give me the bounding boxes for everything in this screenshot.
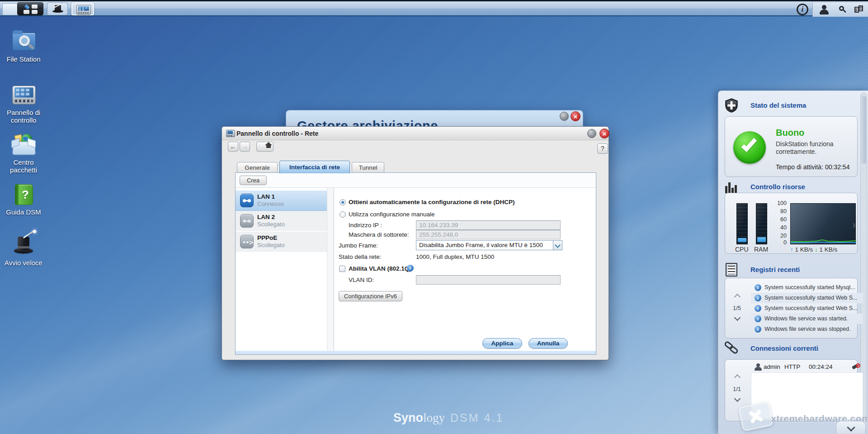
app-grid-icon: [24, 5, 38, 14]
tab-generale[interactable]: Generale: [237, 162, 278, 173]
page-up-icon[interactable]: [734, 374, 741, 381]
vlan-id-label: VLAN ID:: [349, 277, 374, 283]
page-down-icon[interactable]: [734, 396, 741, 402]
shield-icon: [725, 98, 738, 113]
interface-row-lan1[interactable]: LAN 1 Connesso: [236, 191, 327, 211]
interface-list: LAN 1 Connesso LAN 2 Scollegato ••> PPPo…: [236, 188, 334, 354]
recent-logs-widget: 1/5 i System successfully started Mysql.…: [725, 278, 858, 339]
minimize-button[interactable]: [587, 129, 596, 138]
info-icon: i: [755, 295, 761, 301]
dsm-version-watermark: SynologyDSM 4.1: [393, 411, 504, 425]
desktop-icon-quick-start[interactable]: Avvio veloce: [0, 233, 47, 267]
connection-user: admin: [764, 363, 780, 370]
tab-tunnel[interactable]: Tunnel: [352, 162, 384, 173]
info-icon: i: [755, 284, 761, 291]
user-icon[interactable]: [819, 5, 829, 15]
connection-row[interactable]: admin HTTP 00:24:24: [751, 362, 863, 372]
log-row[interactable]: i Windows file service was started.: [751, 314, 863, 324]
vlan-checkbox-label[interactable]: Abilita VLAN (802.1Q): [349, 265, 411, 272]
tab-interfaccia-di-rete[interactable]: Interfaccia di rete: [279, 161, 350, 173]
cpu-label: CPU: [735, 246, 749, 253]
chevron-down-icon: [847, 423, 855, 431]
page-up-icon[interactable]: [734, 294, 741, 300]
cpu-gauge: [736, 203, 748, 244]
list-scrollbar[interactable]: [327, 188, 334, 354]
help-book-icon: ?: [11, 182, 36, 206]
net-status-label: Stato della rete:: [339, 253, 382, 260]
upload-speed: 1 KB/s: [795, 246, 813, 253]
ip-label: Indirizzo IP :: [349, 222, 382, 229]
info-icon: i: [755, 326, 761, 333]
ram-label: RAM: [754, 246, 768, 253]
main-menu-button[interactable]: [17, 2, 43, 15]
dialog-titlebar[interactable]: Pannello di controllo - Rete ×: [222, 127, 609, 140]
close-icon[interactable]: ×: [571, 111, 580, 121]
home-button[interactable]: [256, 142, 274, 152]
interface-status: Connesso: [257, 200, 284, 207]
show-desktop-button[interactable]: [2, 3, 19, 15]
info-icon[interactable]: i: [407, 265, 414, 272]
forward-button[interactable]: →: [240, 142, 250, 152]
info-icon[interactable]: i: [797, 4, 808, 15]
dhcp-radio-label[interactable]: Ottieni automaticamente la configurazion…: [349, 199, 515, 205]
interface-row-pppoe[interactable]: ••> PPPoE Scollegato: [236, 232, 327, 253]
ipv6-config-button[interactable]: Configurazione IPv6: [339, 291, 402, 301]
vlan-id-field[interactable]: [416, 275, 561, 285]
recent-logs-title: Registri recenti: [750, 266, 800, 273]
status-ok-icon: [733, 131, 766, 164]
widget-sidebar: Stato del sistema Buono DiskStation funz…: [718, 91, 868, 434]
bar-chart-icon: [725, 181, 738, 193]
create-button[interactable]: Crea: [240, 176, 267, 185]
desktop-icon-dsm-help[interactable]: ? Guida DSM: [0, 182, 47, 216]
jumbo-label: Jumbo Frame:: [339, 242, 378, 249]
desktop-icon-package-center[interactable]: Centro pacchetti: [0, 132, 47, 174]
desktop-icon-label: Centro pacchetti: [0, 158, 47, 174]
desktop-icon-control-panel[interactable]: Pannello di controllo: [0, 82, 47, 124]
expand-chevron[interactable]: ›: [852, 219, 856, 231]
control-panel-network-dialog[interactable]: Pannello di controllo - Rete × ← → ? Gen…: [222, 126, 609, 360]
lan-disconnected-icon: [240, 214, 254, 228]
close-icon[interactable]: ×: [599, 129, 609, 138]
tab-content-panel: Crea LAN 1 Connesso LAN 2 Scollegato ••>…: [235, 172, 596, 355]
subnet-field[interactable]: 255.255.248.0: [416, 230, 561, 239]
control-panel-task-button[interactable]: [71, 2, 94, 15]
scrollbar-thumb[interactable]: [861, 96, 866, 164]
manual-radio[interactable]: [340, 211, 346, 218]
log-row[interactable]: i System successfully started Mysql...: [751, 282, 863, 293]
manual-radio-label[interactable]: Utilizza configurazione manuale: [349, 211, 435, 218]
cancel-button[interactable]: Annulla: [528, 338, 568, 348]
file-station-icon: [11, 29, 36, 53]
desktop-icon-label: Avvio veloce: [0, 259, 47, 267]
page-down-icon[interactable]: [734, 315, 741, 321]
log-pager: 1/5: [733, 305, 741, 311]
sidebar-collapse-tab[interactable]: [836, 421, 866, 434]
disconnect-icon[interactable]: [852, 363, 860, 371]
desktop-icon-file-station[interactable]: File Station: [0, 29, 47, 63]
interface-row-lan2[interactable]: LAN 2 Scollegato: [236, 211, 327, 232]
vlan-checkbox[interactable]: [339, 266, 345, 272]
network-speeds: ↑ 1 KB/s ↓ 1 KB/s: [790, 245, 837, 253]
search-icon[interactable]: [838, 5, 847, 14]
desktop-icon-label: Guida DSM: [0, 208, 47, 216]
log-row[interactable]: i Windows file service was stopped.: [751, 324, 863, 334]
apply-button[interactable]: Applica: [482, 338, 522, 348]
minimize-button[interactable]: [560, 112, 569, 121]
dhcp-radio[interactable]: [340, 199, 346, 205]
help-button[interactable]: ?: [597, 143, 608, 154]
panel-footer-strip: [236, 351, 596, 354]
connection-protocol: HTTP: [784, 363, 800, 370]
ip-field[interactable]: 10.164.233.39: [416, 220, 561, 230]
resource-monitor-widget[interactable]: CPU RAM 100 80 60 40 20 0 › ↑ 1 KB/s ↓ 1…: [725, 193, 858, 254]
back-button[interactable]: ←: [228, 142, 238, 152]
download-speed: 1 KB/s: [820, 246, 838, 253]
control-panel-icon: [11, 82, 36, 107]
dropdown-button[interactable]: [553, 241, 562, 250]
quick-start-task-button[interactable]: [47, 2, 68, 15]
jumbo-frame-select[interactable]: Disabilita Jumbo Frame, il valore MTU è …: [416, 240, 562, 250]
log-row[interactable]: i System successfully started Web S...: [751, 303, 863, 314]
connection-time: 00:24:24: [809, 363, 833, 370]
download-arrow-icon: ↓: [815, 246, 818, 253]
pilot-view-icon[interactable]: [854, 5, 864, 14]
chain-link-icon: [724, 341, 740, 356]
log-row[interactable]: i System successfully started Web S...: [751, 293, 863, 303]
